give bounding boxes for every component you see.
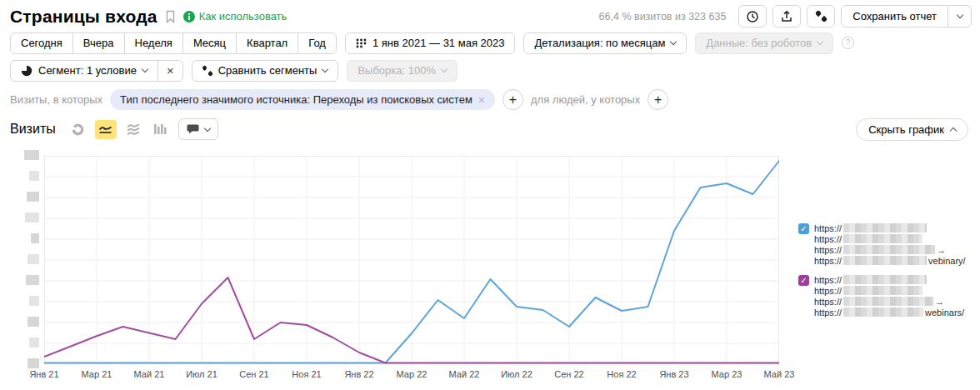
legend-url-prefix: https:// <box>814 286 842 296</box>
legend-checkbox-checked[interactable]: ✓ <box>798 275 809 286</box>
calendar-dots-icon <box>356 38 367 48</box>
chevron-down-icon <box>322 66 328 72</box>
x-tick-label: Июл 22 <box>501 369 532 379</box>
compare-segments-dropdown[interactable]: Сравнить сегменты <box>192 60 339 82</box>
chevron-down-icon <box>441 66 448 72</box>
period-quarter[interactable]: Квартал <box>236 32 298 54</box>
bookmark-icon[interactable] <box>165 10 176 23</box>
legend-url-row: https://→ <box>814 244 966 255</box>
chevron-down-icon <box>203 124 210 131</box>
add-people-condition-button[interactable]: + <box>648 89 668 110</box>
pie-chart-type-button[interactable] <box>68 120 89 139</box>
chart-legend: ✓https://https://https://→https://vebina… <box>798 222 977 326</box>
date-range-button[interactable]: 1 янв 2021 — 31 мая 2023 <box>345 32 516 54</box>
legend-entry[interactable]: ✓https://https://https://→https://webina… <box>798 274 977 318</box>
y-tick-label-redacted <box>29 338 39 348</box>
x-tick-label: Янв 23 <box>659 369 688 379</box>
metrica-streams-button[interactable] <box>807 5 835 28</box>
save-report-button[interactable]: Сохранить отчет <box>841 5 972 28</box>
export-button[interactable] <box>772 5 801 28</box>
chevron-down-icon <box>817 38 823 45</box>
period-year[interactable]: Год <box>298 32 337 54</box>
legend-url-suffix: vebinary/ <box>928 256 966 266</box>
legend-url-prefix: https:// <box>814 275 842 285</box>
legend-checkbox-checked[interactable]: ✓ <box>798 223 809 234</box>
legend-url-row: https:// <box>814 285 964 296</box>
period-month[interactable]: Месяц <box>182 32 237 54</box>
y-tick-label-redacted <box>29 296 39 306</box>
hide-chart-button[interactable]: Скрыть график <box>856 118 968 141</box>
period-today[interactable]: Сегодня <box>10 32 73 54</box>
x-tick-label: Янв 21 <box>29 369 58 379</box>
legend-url-suffix: webinars/ <box>925 308 964 318</box>
chart-area: Янв 21Мар 21Май 21Июл 21Сен 21Ноя 21Янв … <box>0 142 980 388</box>
for-people-label: для людей, у которых <box>531 93 640 106</box>
column-chart-type-button[interactable] <box>150 120 172 139</box>
x-tick-label: Май 21 <box>134 369 165 379</box>
y-tick-label-redacted <box>31 233 39 243</box>
area-chart-type-button[interactable] <box>122 120 144 139</box>
legend-url-redacted <box>843 286 922 295</box>
legend-url-row: https://→ <box>814 296 964 307</box>
chevron-up-icon <box>950 127 957 133</box>
x-tick-label: Янв 22 <box>344 369 373 379</box>
legend-url-row: https://vebinary/ <box>814 255 966 266</box>
legend-url-row: https:// <box>814 274 964 285</box>
drops-icon <box>816 11 827 22</box>
legend-entry[interactable]: ✓https://https://https://→https://vebina… <box>798 222 977 266</box>
legend-url-prefix: https:// <box>814 234 842 244</box>
chevron-down-icon <box>670 38 677 45</box>
export-icon <box>780 10 793 23</box>
legend-url-redacted <box>843 275 927 284</box>
close-icon: × <box>167 64 174 77</box>
legend-url-prefix: https:// <box>814 245 842 255</box>
y-tick-label-redacted <box>28 254 39 264</box>
chevron-down-icon <box>956 12 962 18</box>
line-chart-plot[interactable] <box>44 156 779 364</box>
visits-in-which-label: Визиты, в которых <box>10 93 102 106</box>
compare-drops-icon <box>202 66 212 76</box>
info-icon <box>183 11 195 22</box>
data-mode-dropdown[interactable]: Данные: без роботов <box>695 32 833 54</box>
legend-url-row: https:// <box>814 222 966 233</box>
legend-url-prefix: https:// <box>814 297 842 307</box>
legend-url-redacted <box>843 245 935 254</box>
legend-url-prefix: https:// <box>814 256 842 266</box>
segment-dropdown[interactable]: Сегмент: 1 условие <box>10 60 158 82</box>
filter-row: Визиты, в которых Тип последнего значимо… <box>0 80 980 110</box>
sampling-dropdown[interactable]: Выборка: 100% <box>347 60 458 82</box>
y-tick-label-redacted <box>28 358 39 368</box>
history-button[interactable] <box>738 5 767 28</box>
legend-url-redacted <box>843 234 922 243</box>
add-visit-condition-button[interactable]: + <box>502 89 523 110</box>
metric-label: Визиты <box>10 122 56 137</box>
period-week[interactable]: Неделя <box>124 32 183 54</box>
x-tick-label: Июл 21 <box>186 369 218 379</box>
x-tick-label: Мар 21 <box>82 369 112 379</box>
x-tick-label: Мар 22 <box>397 369 428 379</box>
chip-remove-icon[interactable]: × <box>478 94 485 106</box>
detail-dropdown[interactable]: Детализация: по месяцам <box>523 32 687 54</box>
legend-url-row: https://webinars/ <box>814 307 964 318</box>
x-tick-label: Сен 22 <box>554 369 583 379</box>
legend-url-lines: https://https://https://→https://webinar… <box>814 274 964 318</box>
legend-url-redacted <box>843 256 927 265</box>
x-tick-label: Сен 21 <box>239 369 268 379</box>
legend-url-row: https:// <box>814 233 966 244</box>
save-report-dropdown[interactable] <box>948 6 971 27</box>
period-yesterday[interactable]: Вчера <box>72 32 125 54</box>
y-tick-label-redacted <box>26 275 39 285</box>
x-tick-label: Мар 23 <box>712 369 742 379</box>
annotations-dropdown[interactable] <box>178 118 218 140</box>
segment-clear-button[interactable]: × <box>158 60 183 82</box>
report-header: Страницы входа Как использовать 66,4 % в… <box>0 0 980 28</box>
y-tick-label-redacted <box>27 192 39 202</box>
clock-icon <box>746 10 759 23</box>
pie-segment-icon <box>21 65 32 77</box>
line-chart-type-button[interactable] <box>95 120 117 139</box>
filter-chip-traffic-source[interactable]: Тип последнего значимого источника: Пере… <box>110 89 495 110</box>
x-axis-labels: Янв 21Мар 21Май 21Июл 21Сен 21Ноя 21Янв … <box>44 369 779 382</box>
line-chart-icon <box>98 123 112 135</box>
help-circle-icon: ? <box>842 37 854 49</box>
how-to-use-link[interactable]: Как использовать <box>183 10 288 22</box>
